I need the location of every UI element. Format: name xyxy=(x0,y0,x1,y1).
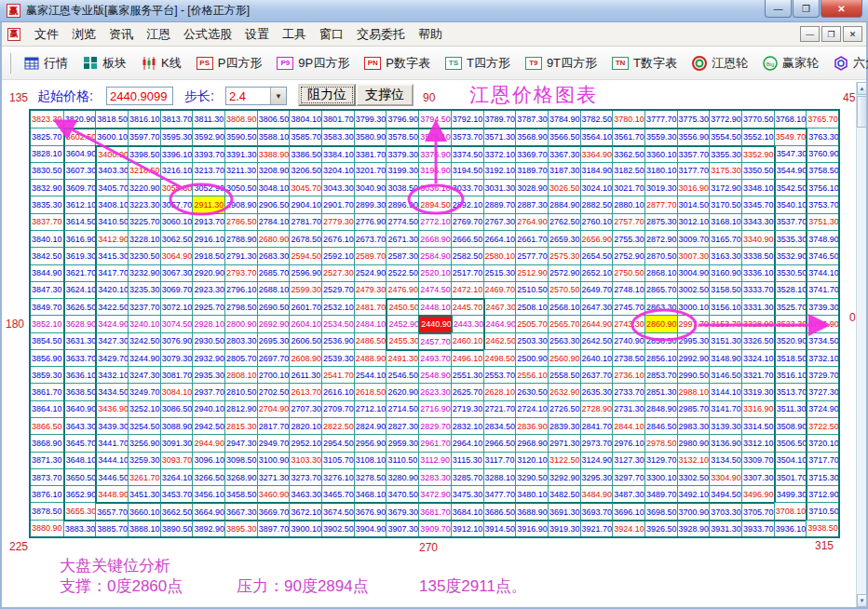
price-cell[interactable]: 3729.70 xyxy=(806,366,838,383)
price-cell[interactable]: 3847.30 xyxy=(31,281,63,298)
price-cell[interactable]: 3014.50 xyxy=(677,196,710,212)
price-cell[interactable]: 3849.70 xyxy=(31,298,63,315)
price-cell[interactable]: 3506.50 xyxy=(774,434,807,451)
price-cell[interactable]: 2899.30 xyxy=(354,196,387,212)
price-cell[interactable]: 3336.10 xyxy=(741,264,774,281)
price-cell[interactable]: 2930.50 xyxy=(192,332,224,349)
price-cell[interactable]: 3331.30 xyxy=(741,298,774,315)
price-cell[interactable]: 3664.90 xyxy=(192,502,224,519)
price-cell[interactable]: 2798.50 xyxy=(224,298,257,315)
price-cell[interactable]: 3381.70 xyxy=(354,145,387,162)
price-cell[interactable]: 3016.90 xyxy=(677,179,710,196)
price-cell[interactable]: 3504.10 xyxy=(774,452,807,468)
price-cell[interactable]: 2940.10 xyxy=(192,400,224,417)
price-cell[interactable]: 3758.50 xyxy=(806,162,838,179)
price-cell[interactable]: 2630.50 xyxy=(515,383,548,399)
price-cell[interactable]: 3141.70 xyxy=(709,400,741,417)
price-cell[interactable]: 2704.90 xyxy=(257,400,290,417)
price-cell[interactable]: 2536.90 xyxy=(321,332,354,349)
price-cell[interactable]: 3355.30 xyxy=(709,145,741,162)
price-cell[interactable]: 3684.10 xyxy=(451,502,483,519)
price-cell[interactable]: 3074.50 xyxy=(160,315,193,332)
price-cell[interactable]: 3530.50 xyxy=(774,264,807,281)
price-cell[interactable]: 3549.70 xyxy=(774,128,807,144)
mdi-close-button[interactable]: ✕ xyxy=(843,26,862,42)
price-cell[interactable]: 3830.50 xyxy=(31,162,63,179)
price-cell[interactable]: 2887.30 xyxy=(515,196,548,212)
price-cell[interactable]: 2565.70 xyxy=(548,315,580,332)
price-cell[interactable]: 3844.90 xyxy=(31,264,63,281)
price-cell[interactable]: 3859.30 xyxy=(31,366,63,383)
price-cell[interactable]: 3086.50 xyxy=(160,400,193,417)
price-cell[interactable]: 2875.30 xyxy=(644,213,677,230)
price-cell[interactable]: 3067.30 xyxy=(160,264,193,281)
toolbar-grip[interactable] xyxy=(9,53,11,74)
price-cell[interactable]: 3547.30 xyxy=(774,145,807,162)
price-cell[interactable]: 3019.30 xyxy=(644,179,677,196)
price-cell[interactable]: 2851.30 xyxy=(644,383,677,399)
price-cell[interactable]: 2558.50 xyxy=(548,366,580,383)
price-cell[interactable]: 3876.10 xyxy=(31,485,63,502)
price-cell[interactable]: 3508.90 xyxy=(774,417,807,434)
price-cell[interactable]: 3710.50 xyxy=(806,502,838,519)
price-cell[interactable]: 2894.50 xyxy=(418,196,451,212)
price-cell[interactable]: 2731.30 xyxy=(612,400,644,417)
price-cell[interactable]: 3405.70 xyxy=(95,179,128,196)
price-cell[interactable]: 3852.10 xyxy=(31,315,63,332)
price-cell[interactable]: 2596.90 xyxy=(289,264,321,281)
price-cell[interactable]: 2920.90 xyxy=(192,264,224,281)
price-cell[interactable]: 3652.90 xyxy=(63,485,96,502)
price-cell[interactable]: 3556.90 xyxy=(677,128,710,144)
price-cell[interactable]: 3009.70 xyxy=(677,230,710,247)
price-cell[interactable]: 3931.30 xyxy=(709,520,741,536)
price-cell[interactable]: 2481.70 xyxy=(354,298,387,315)
price-cell[interactable]: 2769.70 xyxy=(451,213,483,230)
price-cell[interactable]: 3592.90 xyxy=(192,128,224,144)
price-cell[interactable]: 3501.70 xyxy=(774,468,807,485)
price-cell[interactable]: 3928.90 xyxy=(677,520,710,536)
price-cell[interactable]: 3357.70 xyxy=(677,145,710,162)
price-cell[interactable]: 2452.90 xyxy=(386,315,418,332)
price-cell[interactable]: 2810.50 xyxy=(224,383,257,399)
price-cell[interactable]: 2712.10 xyxy=(354,400,387,417)
price-cell[interactable]: 3134.50 xyxy=(709,452,741,468)
price-cell[interactable]: 2971.30 xyxy=(548,434,580,451)
price-cell[interactable]: 2812.90 xyxy=(224,400,257,417)
price-cell[interactable]: 3064.90 xyxy=(160,247,193,264)
price-cell[interactable]: 2839.30 xyxy=(548,417,580,434)
price-cell[interactable]: 3223.30 xyxy=(128,196,160,212)
price-cell[interactable]: 2728.90 xyxy=(580,400,613,417)
price-cell[interactable]: 3655.30 xyxy=(63,502,96,519)
price-cell[interactable]: 3201.70 xyxy=(354,162,387,179)
price-cell[interactable]: 2496.10 xyxy=(451,349,483,366)
price-cell[interactable]: 3736.90 xyxy=(806,315,838,332)
price-cell[interactable]: 2964.10 xyxy=(451,434,483,451)
price-cell[interactable]: 2817.70 xyxy=(257,417,290,434)
price-cell[interactable]: 2805.70 xyxy=(224,349,257,366)
price-cell[interactable]: 2620.90 xyxy=(386,383,418,399)
price-cell[interactable]: 3024.10 xyxy=(580,179,613,196)
price-cell[interactable]: 3811.30 xyxy=(192,111,224,128)
price-cell[interactable]: 3693.70 xyxy=(580,502,613,519)
menu-file[interactable]: 文件 xyxy=(28,23,65,46)
price-cell[interactable]: 3132.10 xyxy=(677,452,710,468)
price-cell[interactable]: 3412.90 xyxy=(95,230,128,247)
price-cell[interactable]: 3669.70 xyxy=(257,502,290,519)
price-cell[interactable]: 3002.50 xyxy=(677,281,710,298)
price-cell[interactable]: 2853.70 xyxy=(644,366,677,383)
price-cell[interactable]: 3348.10 xyxy=(741,179,774,196)
price-cell[interactable]: 3350.50 xyxy=(741,162,774,179)
price-cell[interactable]: 3316.90 xyxy=(741,400,774,417)
menu-news[interactable]: 资讯 xyxy=(102,23,140,46)
price-cell[interactable]: 2524.90 xyxy=(354,264,387,281)
price-cell[interactable]: 2949.70 xyxy=(257,434,290,451)
price-cell[interactable]: 3194.50 xyxy=(451,162,483,179)
price-cell[interactable]: 2450.50 xyxy=(386,298,418,315)
price-cell[interactable]: 3151.30 xyxy=(709,332,741,349)
scrollbar-thumb[interactable] xyxy=(857,96,867,128)
price-cell[interactable]: 3796.90 xyxy=(386,111,418,128)
price-cell[interactable]: 2460.10 xyxy=(451,332,483,349)
price-cell[interactable]: 2901.70 xyxy=(321,196,354,212)
price-cell[interactable]: 2709.70 xyxy=(321,400,354,417)
price-cell[interactable]: 3115.30 xyxy=(451,452,483,468)
